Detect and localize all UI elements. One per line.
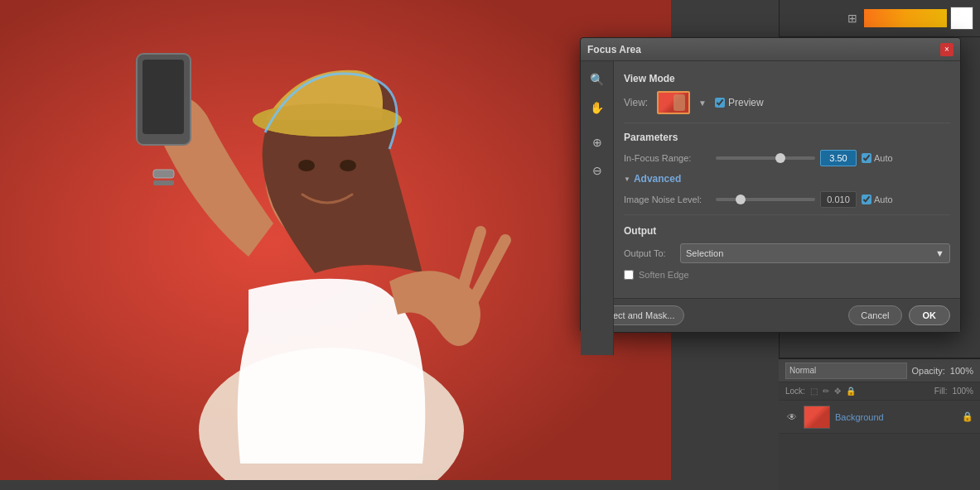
fill-label: Fill:: [934, 387, 948, 396]
preview-checkbox[interactable]: [715, 98, 725, 108]
parameters-label: Parameters: [624, 132, 950, 143]
hand-tool-icon[interactable]: ✋: [586, 96, 609, 119]
fill-value: 100%: [952, 387, 973, 396]
blend-mode-dropdown[interactable]: Normal: [785, 363, 907, 379]
add-selection-icon[interactable]: ⊕: [586, 131, 609, 154]
subtract-selection-icon[interactable]: ⊖: [586, 159, 609, 182]
image-noise-auto-area: Auto: [862, 195, 893, 204]
output-section: Output Output To: Selection ▼ Soften Edg…: [624, 214, 950, 280]
advanced-triangle-icon: ▼: [624, 175, 630, 183]
image-noise-label: Image Noise Level:: [624, 195, 711, 204]
image-noise-auto-checkbox[interactable]: [862, 195, 871, 204]
in-focus-range-row: In-Focus Range: Auto: [624, 150, 950, 166]
in-focus-auto-area: Auto: [862, 153, 893, 163]
soften-edge-row: Soften Edge: [624, 270, 950, 280]
preview-label: Preview: [728, 97, 764, 108]
layer-name: Background: [835, 412, 884, 422]
dialog-title: Focus Area: [587, 44, 940, 55]
panel-icon[interactable]: ⊞: [844, 10, 861, 26]
lock-all-icon[interactable]: 🔒: [846, 387, 856, 396]
view-dropdown-arrow[interactable]: ▼: [697, 97, 708, 108]
image-noise-input[interactable]: [820, 191, 857, 208]
lock-pen-icon[interactable]: ✏: [823, 387, 829, 396]
layer-visibility-toggle[interactable]: 👁: [785, 411, 799, 424]
output-label: Output: [624, 225, 950, 237]
lock-label: Lock:: [785, 387, 805, 396]
canvas-image: [0, 0, 671, 480]
layer-thumbnail: [804, 406, 830, 429]
in-focus-range-thumb[interactable]: [775, 153, 785, 163]
lock-move-icon[interactable]: ✥: [834, 387, 841, 396]
in-focus-range-label: In-Focus Range:: [624, 153, 711, 163]
image-noise-slider[interactable]: [716, 198, 815, 201]
opacity-label: Opacity:: [912, 366, 945, 376]
output-dropdown-arrow: ▼: [935, 248, 944, 258]
color-swatch-area: ⊞: [780, 0, 980, 37]
in-focus-auto-checkbox[interactable]: [862, 153, 871, 163]
view-mode-row: View: ▼ Preview: [624, 91, 950, 114]
dialog-tools-panel: 🔍 ✋ ⊕ ⊖: [581, 61, 614, 355]
in-focus-range-input[interactable]: [820, 150, 857, 166]
magnify-tool-icon[interactable]: 🔍: [586, 68, 609, 91]
dialog-content: View Mode View: ▼ Preview Parameters In-…: [614, 61, 960, 298]
view-label: View:: [624, 97, 650, 108]
image-noise-thumb[interactable]: [736, 195, 746, 204]
in-focus-range-slider[interactable]: [716, 156, 815, 160]
preview-checkbox-area: Preview: [715, 97, 764, 108]
soften-edge-checkbox[interactable]: [624, 270, 634, 280]
view-thumbnail[interactable]: [657, 91, 690, 114]
layers-panel: Normal Opacity: 100% Lock: ⬚ ✏ ✥ 🔒 Fill:…: [779, 358, 980, 490]
svg-rect-8: [142, 60, 184, 134]
cancel-button[interactable]: Cancel: [848, 305, 901, 325]
advanced-label: Advanced: [634, 173, 681, 185]
svg-point-9: [298, 160, 315, 171]
layers-lock-row: Lock: ⬚ ✏ ✥ 🔒 Fill: 100%: [779, 382, 980, 401]
svg-rect-11: [153, 170, 174, 178]
soften-edge-label: Soften Edge: [639, 270, 689, 280]
lock-icon[interactable]: ⬚: [810, 387, 818, 396]
dialog-footer: Select and Mask... Cancel OK: [581, 298, 960, 332]
output-to-label: Output To:: [624, 248, 673, 258]
layer-lock-icon: 🔒: [962, 411, 973, 422]
advanced-toggle[interactable]: ▼ Advanced: [624, 173, 950, 185]
svg-point-6: [253, 103, 402, 137]
image-noise-auto-label: Auto: [874, 195, 893, 204]
output-to-dropdown[interactable]: Selection ▼: [680, 243, 950, 263]
opacity-value: 100%: [950, 366, 973, 376]
in-focus-auto-label: Auto: [874, 153, 893, 163]
gradient-bar: [864, 9, 947, 27]
dialog-titlebar: Focus Area ×: [581, 38, 960, 61]
color-swatch[interactable]: [950, 7, 973, 30]
footer-right-buttons: Cancel OK: [848, 305, 950, 325]
output-to-value: Selection: [686, 248, 723, 258]
view-mode-label: View Mode: [624, 73, 950, 84]
layer-row-background[interactable]: 👁 Background 🔒: [779, 401, 980, 434]
svg-rect-12: [153, 180, 174, 185]
view-thumbnail-face: [673, 94, 685, 111]
image-noise-row: Image Noise Level: Auto: [624, 191, 950, 208]
output-to-row: Output To: Selection ▼: [624, 243, 950, 263]
layers-header: Normal Opacity: 100%: [779, 359, 980, 382]
ok-button[interactable]: OK: [909, 305, 951, 325]
focus-area-dialog: Focus Area × 🔍 ✋ ⊕ ⊖ View Mode View: ▼ P…: [580, 37, 961, 333]
svg-point-10: [340, 160, 356, 171]
dialog-close-button[interactable]: ×: [940, 43, 953, 56]
